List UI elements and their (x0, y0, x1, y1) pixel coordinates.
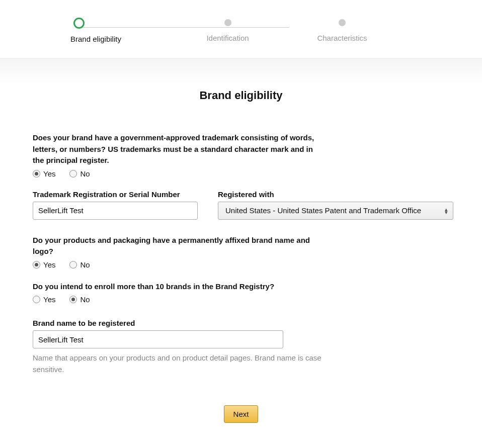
button-row: Next (33, 405, 449, 423)
radio-label: Yes (43, 169, 55, 178)
radio-label: No (80, 295, 90, 304)
step-identification[interactable]: Identification (176, 18, 279, 42)
field-label: Registered with (218, 190, 453, 199)
question-label: Do your products and packaging have a pe… (33, 235, 319, 257)
radio-icon (33, 296, 40, 303)
radio-no[interactable]: No (69, 295, 90, 304)
select-arrows-icon: ▴▾ (445, 208, 448, 214)
page-title: Brand eligibility (33, 89, 449, 102)
form-content: Brand eligibility Does your brand have a… (0, 89, 482, 443)
radio-group: Yes No (33, 169, 449, 178)
brand-name-block: Brand name to be registered Name that ap… (33, 319, 449, 375)
trademark-number-input[interactable] (33, 202, 198, 220)
registered-with-select[interactable]: United States - United States Patent and… (218, 202, 453, 220)
trademark-row: Trademark Registration or Serial Number … (33, 190, 449, 220)
select-value: United States - United States Patent and… (225, 206, 421, 215)
step-circle-icon (339, 19, 346, 26)
radio-icon (69, 296, 77, 303)
question-label: Do you intend to enroll more than 10 bra… (33, 281, 319, 293)
radio-icon (69, 170, 77, 177)
radio-yes[interactable]: Yes (33, 295, 55, 304)
step-characteristics[interactable]: Characteristics (302, 18, 382, 42)
progress-stepper: Brand eligibility Identification Charact… (0, 0, 482, 59)
radio-yes[interactable]: Yes (33, 169, 55, 178)
header-gradient (0, 59, 482, 84)
step-circle-icon (73, 18, 85, 29)
radio-no[interactable]: No (69, 260, 90, 269)
step-circle-icon (224, 19, 231, 26)
radio-no[interactable]: No (69, 169, 90, 178)
radio-yes[interactable]: Yes (33, 260, 55, 269)
next-button[interactable]: Next (224, 405, 259, 423)
step-brand-eligibility[interactable]: Brand eligibility (70, 18, 141, 43)
radio-label: Yes (43, 295, 55, 304)
radio-icon (69, 261, 77, 268)
registered-with-field: Registered with United States - United S… (218, 190, 453, 220)
field-label: Trademark Registration or Serial Number (33, 190, 198, 199)
radio-group: Yes No (33, 295, 449, 304)
radio-label: No (80, 169, 90, 178)
step-label: Characteristics (317, 34, 367, 42)
step-label: Brand eligibility (70, 35, 121, 43)
question-affixed-logo: Do your products and packaging have a pe… (33, 235, 449, 269)
brand-name-input[interactable] (33, 330, 283, 348)
question-more-than-10: Do you intend to enroll more than 10 bra… (33, 281, 449, 304)
step-label: Identification (206, 34, 249, 42)
trademark-number-field: Trademark Registration or Serial Number (33, 190, 198, 220)
radio-label: Yes (43, 260, 55, 269)
field-label: Brand name to be registered (33, 319, 449, 327)
question-label: Does your brand have a government-approv… (33, 132, 319, 166)
radio-icon (33, 170, 40, 177)
radio-group: Yes No (33, 260, 449, 269)
radio-label: No (80, 260, 90, 269)
radio-icon (33, 261, 40, 268)
help-text: Name that appears on your products and o… (33, 352, 330, 375)
question-trademark-approved: Does your brand have a government-approv… (33, 132, 449, 178)
